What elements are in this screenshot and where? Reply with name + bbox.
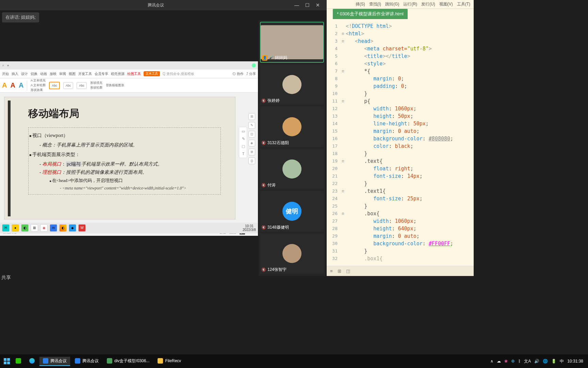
tray-icon[interactable]: ❀ — [504, 359, 508, 364]
ppt-menu-item[interactable]: 审阅 — [59, 72, 66, 76]
ppt-menu-item[interactable]: 视图 — [69, 72, 76, 76]
taskbar-icon[interactable]: H — [2, 224, 10, 232]
fold-icon[interactable]: ⊟ — [340, 187, 346, 195]
participant-tile[interactable]: 🔇付涛 — [260, 149, 324, 189]
code-line[interactable]: 13 height: 50px; — [327, 112, 474, 120]
ppt-menu-item[interactable]: 设计 — [21, 72, 28, 76]
shape-style-3[interactable]: Abc — [77, 82, 87, 89]
code-line[interactable]: 1<!DOCTYPE html> — [327, 22, 474, 30]
fold-icon[interactable] — [340, 247, 346, 255]
float-tool-icon[interactable]: ▭ — [240, 128, 247, 135]
editor-menu-item[interactable]: 查找(I) — [369, 1, 381, 7]
taskbar-app-item[interactable]: FileRecv — [154, 357, 184, 366]
fold-icon[interactable] — [340, 60, 346, 67]
fold-icon[interactable] — [340, 82, 346, 90]
fold-icon[interactable] — [340, 240, 346, 247]
shape-style-1[interactable]: Abc — [49, 82, 60, 89]
fold-icon[interactable] — [340, 127, 346, 135]
tray-bluetooth-icon[interactable]: ⚙ — [511, 359, 515, 364]
fold-icon[interactable] — [340, 75, 346, 82]
code-line[interactable]: 28 height: 640px; — [327, 225, 474, 232]
taskbar-app-item[interactable]: div盒子模型/0306... — [103, 357, 153, 366]
code-line[interactable]: 29 margin: 0 auto; — [327, 232, 474, 240]
code-line[interactable]: 21 font-size: 14px; — [327, 172, 474, 180]
code-area[interactable]: 1<!DOCTYPE html>2⊟<html>3⊟ <head>4 <meta… — [327, 19, 474, 266]
editor-menu-item[interactable]: 视图(V) — [439, 1, 453, 7]
code-line[interactable]: 6 <style> — [327, 60, 474, 67]
taskbar-icon[interactable]: ◐ — [21, 224, 29, 232]
code-line[interactable]: 14 line-height: 50px; — [327, 120, 474, 127]
fold-icon[interactable]: ⊟ — [340, 210, 346, 217]
fold-icon[interactable] — [340, 45, 346, 52]
code-line[interactable]: 16 background-color: #808080; — [327, 135, 474, 142]
code-line[interactable]: 12 width: 1060px; — [327, 105, 474, 112]
start-button[interactable] — [2, 356, 12, 366]
tray-language-icon[interactable]: 文A — [524, 358, 531, 364]
editor-menu-item[interactable]: 跳转(G) — [385, 1, 399, 7]
taskbar-app-edge[interactable] — [26, 357, 38, 366]
fold-icon[interactable]: ⊟ — [340, 67, 346, 75]
text-style-a1[interactable]: A — [2, 81, 7, 89]
editor-menu-item[interactable]: 发行(U) — [421, 1, 435, 7]
float-tool-icon[interactable]: ✎ — [240, 135, 247, 142]
participant-tile[interactable]: 健明🔇3148聂健明 — [260, 191, 324, 232]
fold-icon[interactable] — [340, 232, 346, 240]
shape-style-2[interactable]: Abc — [63, 82, 74, 89]
code-line[interactable]: 32 .box1{ — [327, 255, 474, 262]
fold-icon[interactable] — [340, 150, 346, 157]
status-icon[interactable]: ≡ — [330, 269, 333, 274]
replace-shape-button[interactable]: 替换模板图形 — [106, 83, 124, 88]
fold-icon[interactable] — [340, 172, 346, 180]
code-line[interactable]: 9 padding: 0; — [327, 82, 474, 90]
code-line[interactable]: 26⊟ .box{ — [327, 210, 474, 217]
code-line[interactable]: 2⊟<html> — [327, 30, 474, 37]
taskbar-icon[interactable]: W — [78, 224, 86, 232]
taskbar-app-item[interactable]: 腾讯会议 — [39, 357, 70, 366]
text-fill-button[interactable]: A 文本填充 — [31, 78, 46, 83]
fold-icon[interactable] — [340, 142, 346, 150]
code-line[interactable]: 17 color: black; — [327, 142, 474, 150]
code-line[interactable]: 20 float: right; — [327, 165, 474, 172]
code-line[interactable]: 31 } — [327, 247, 474, 255]
ppt-menu-item[interactable]: 开发工具 — [78, 72, 92, 76]
code-line[interactable]: 15 margin: 0 auto; — [327, 127, 474, 135]
participant-tile[interactable]: 🔇张婷婷 — [260, 64, 324, 105]
fold-icon[interactable] — [340, 135, 346, 142]
taskbar-icon[interactable]: ◐ — [59, 224, 67, 232]
ppt-slide[interactable]: 移动端布局 视口（viewport） 概念：手机屏幕上用于显示页面内容的区域。 … — [4, 97, 235, 219]
tray-network-icon[interactable]: 🌐 — [543, 359, 548, 364]
code-line[interactable]: 23⊟ .text1{ — [327, 187, 474, 195]
ppt-menu-text-tools[interactable]: 文本工具 — [144, 71, 160, 76]
ppt-tab-close-icon[interactable]: × — [2, 63, 4, 67]
text-style-a2[interactable]: A — [10, 81, 15, 89]
code-line[interactable]: 8 margin: 0; — [327, 75, 474, 82]
ppt-search-box[interactable]: Q 查找命令,搜索模板 — [163, 72, 194, 76]
fold-icon[interactable]: ⊟ — [340, 37, 346, 45]
fold-icon[interactable] — [340, 225, 346, 232]
editor-file-tab[interactable]: * 0306盒子模型课后作业评讲.html — [333, 9, 408, 19]
taskbar-app-item[interactable]: 腾讯会议 — [71, 357, 102, 366]
code-line[interactable]: 24 font-size: 25px; — [327, 195, 474, 202]
tray-icon[interactable]: ∧ — [490, 359, 493, 364]
fold-icon[interactable] — [340, 112, 346, 120]
maximize-button[interactable]: ☐ — [305, 2, 310, 8]
fold-icon[interactable] — [340, 105, 346, 112]
code-line[interactable]: 27 width: 1060px; — [327, 217, 474, 225]
tray-ime-indicator[interactable]: 中 — [560, 358, 564, 364]
status-icon[interactable]: ◫ — [346, 269, 350, 274]
code-line[interactable]: 19⊟ .text{ — [327, 157, 474, 165]
tray-onedrive-icon[interactable]: ☁ — [497, 359, 501, 364]
close-button[interactable]: ✕ — [316, 2, 320, 8]
tray-clock[interactable]: 10:31:38 — [567, 359, 583, 364]
fold-icon[interactable] — [340, 52, 346, 60]
fold-icon[interactable] — [340, 217, 346, 225]
code-line[interactable]: 18 } — [327, 150, 474, 157]
taskbar-icon[interactable]: ◉ — [40, 224, 48, 232]
ppt-menu-item[interactable]: 切换 — [31, 72, 37, 76]
side-tool-icon[interactable]: ⊞ — [248, 113, 255, 120]
fold-icon[interactable] — [340, 22, 346, 30]
fold-icon[interactable] — [340, 120, 346, 127]
ppt-collab-button[interactable]: ◎ 协作 — [232, 72, 244, 76]
side-tool-icon[interactable]: ◈ — [248, 140, 255, 147]
tray-bluetooth-icon[interactable]: ᛒ — [518, 359, 521, 364]
